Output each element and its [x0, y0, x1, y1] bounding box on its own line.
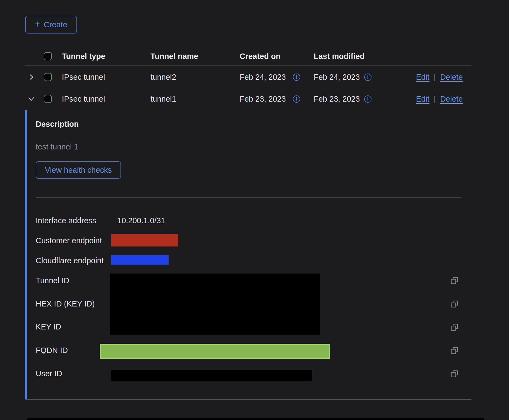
chevron-right-icon[interactable] [28, 74, 35, 82]
key-id-label: KEY ID [36, 322, 61, 332]
last-modified-cell: Feb 23, 2023 [314, 94, 360, 104]
edit-link[interactable]: Edit [416, 94, 430, 104]
column-header-tunnel-name: Tunnel name [150, 51, 198, 61]
tunnel-id-label: Tunnel ID [36, 276, 69, 285]
customer-endpoint-redacted-value [111, 234, 178, 246]
fqdn-id-label: FQDN ID [36, 345, 68, 355]
edit-link[interactable]: Edit [416, 72, 430, 82]
tunnels-page: + Create Tunnel type Tunnel name Created… [0, 0, 509, 420]
description-value: test tunnel 1 [36, 142, 78, 152]
copy-key-id-icon[interactable] [451, 324, 458, 331]
column-header-last-modified: Last modified [314, 51, 365, 61]
actions-separator: | [434, 94, 436, 104]
info-icon[interactable]: i [364, 95, 371, 103]
copy-hex-id-icon[interactable] [451, 300, 458, 308]
user-id-label: User ID [36, 369, 62, 378]
view-health-checks-label: View health checks [45, 166, 112, 175]
info-glyph: i [296, 97, 297, 101]
description-label: Description [36, 119, 79, 129]
create-button[interactable]: + Create [25, 16, 77, 34]
delete-link[interactable]: Delete [440, 72, 463, 82]
user-id-redacted-value [111, 370, 312, 381]
fqdn-id-redacted-value [100, 344, 330, 359]
select-all-checkbox[interactable] [44, 52, 52, 60]
plus-icon: + [35, 19, 41, 29]
chevron-down-icon[interactable] [28, 96, 35, 103]
info-icon[interactable]: i [293, 74, 300, 81]
bottom-redacted-strip [27, 418, 484, 420]
customer-endpoint-label: Customer endpoint [36, 236, 102, 245]
info-icon[interactable]: i [364, 74, 371, 81]
row-divider [25, 88, 471, 88]
hex-id-label: HEX ID (KEY ID) [36, 299, 95, 309]
row-actions: Edit | Delete [416, 72, 463, 82]
tunnel-type-cell: IPsec tunnel [62, 72, 105, 82]
tunnel-name-cell: tunnel1 [150, 94, 176, 104]
row-checkbox[interactable] [44, 95, 52, 103]
ids-redacted-values [110, 274, 320, 335]
expanded-row-accent-bar [25, 110, 27, 399]
info-icon[interactable]: i [293, 95, 300, 103]
delete-link[interactable]: Delete [440, 94, 463, 104]
copy-user-id-icon[interactable] [451, 370, 458, 378]
tunnel-name-cell: tunnel2 [150, 72, 176, 82]
expanded-row-bottom-divider [25, 399, 471, 400]
interface-address-value: 10.200.1.0/31 [117, 216, 165, 225]
actions-separator: | [434, 72, 436, 82]
copy-tunnel-id-icon[interactable] [451, 277, 458, 284]
copy-fqdn-id-icon[interactable] [451, 347, 458, 354]
header-divider [25, 65, 471, 66]
create-button-label: Create [44, 20, 67, 29]
detail-divider [36, 198, 461, 198]
last-modified-cell: Feb 24, 2023 [314, 72, 360, 82]
view-health-checks-button[interactable]: View health checks [36, 161, 121, 179]
created-on-cell: Feb 24, 2023 [240, 72, 286, 82]
row-checkbox[interactable] [44, 73, 52, 81]
column-header-tunnel-type: Tunnel type [62, 51, 105, 61]
created-on-cell: Feb 23, 2023 [240, 94, 286, 104]
info-glyph: i [367, 97, 369, 101]
column-header-created-on: Created on [240, 51, 280, 61]
cloudflare-endpoint-redacted-value [111, 255, 169, 265]
row-actions: Edit | Delete [416, 94, 463, 104]
info-glyph: i [296, 75, 297, 79]
interface-address-label: Interface address [36, 216, 96, 225]
tunnel-type-cell: IPsec tunnel [62, 94, 105, 104]
cloudflare-endpoint-label: Cloudflare endpoint [36, 256, 104, 265]
info-glyph: i [367, 75, 369, 79]
